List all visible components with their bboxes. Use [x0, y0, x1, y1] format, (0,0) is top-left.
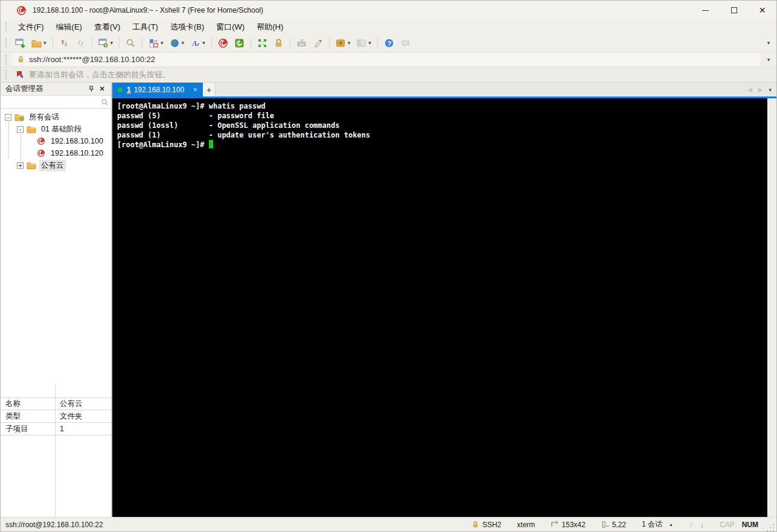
- menu-window[interactable]: 窗口(W): [210, 20, 251, 34]
- ssl-lock-icon: [17, 55, 25, 63]
- highlight-pen-button[interactable]: [310, 36, 325, 50]
- full-screen-button[interactable]: [255, 36, 270, 50]
- xftp-icon: [234, 38, 245, 48]
- addressbar-grip[interactable]: [5, 55, 8, 65]
- menubar-grip[interactable]: [5, 22, 8, 32]
- close-icon: ✕: [759, 6, 766, 14]
- xshell-logo-icon: [16, 5, 27, 16]
- toolbar-separator: [53, 37, 53, 48]
- feedback-button[interactable]: [398, 36, 413, 50]
- terminal-screen[interactable]: [root@AlmaLinux9 ~]# whatis passwd passw…: [112, 98, 776, 517]
- tree-item-folder-cloud[interactable]: + 公有云: [1, 159, 111, 171]
- menu-view[interactable]: 查看(V): [88, 20, 126, 34]
- collapse-icon[interactable]: -: [5, 114, 11, 121]
- tree-item-session-120[interactable]: 192.168.10.120: [1, 147, 111, 159]
- maximize-icon: [731, 7, 737, 13]
- session-count-selector[interactable]: 1 会话 ▲: [642, 519, 673, 530]
- xshell-button[interactable]: [216, 36, 231, 50]
- resize-grip[interactable]: [767, 523, 775, 531]
- session-icon: [36, 149, 46, 157]
- terminal-line: [root@AlmaLinux9 ~]#: [117, 140, 209, 150]
- ssh-lock-icon: [472, 521, 479, 528]
- close-panel-button[interactable]: ✕: [97, 84, 107, 95]
- tab-number: 1: [127, 86, 131, 94]
- menu-file[interactable]: 文件(F): [12, 20, 50, 34]
- status-terminal-size: 153x42: [551, 521, 585, 529]
- scroll-buttons: ↑ ↓: [689, 521, 704, 528]
- caps-lock-indicator: CAP: [720, 521, 735, 529]
- toolbar-grip[interactable]: [5, 38, 8, 48]
- toolbar-separator: [251, 37, 251, 48]
- tab-label: 192.168.10.100: [134, 86, 191, 94]
- property-name: 名称: [1, 399, 55, 409]
- close-button[interactable]: ✕: [748, 1, 776, 20]
- property-row: 类型 文件夹: [1, 410, 111, 423]
- add-session-flag-icon[interactable]: [16, 71, 24, 80]
- terminal-scrollbar[interactable]: [767, 98, 776, 517]
- property-value: 1: [55, 425, 64, 433]
- menu-bar: 文件(F) 编辑(E) 查看(V) 工具(T) 选项卡(B) 窗口(W) 帮助(…: [1, 20, 776, 34]
- scroll-tabs-left-icon[interactable]: ◀: [747, 86, 752, 93]
- infobar-grip[interactable]: [5, 70, 8, 80]
- tree-item-session-100[interactable]: 192.168.10.100: [1, 135, 111, 147]
- new-session-button[interactable]: [13, 36, 28, 50]
- tree-item-all-sessions[interactable]: - 所有会话: [1, 111, 111, 123]
- maximize-button[interactable]: [720, 1, 748, 20]
- font-button[interactable]: A ▾: [188, 36, 208, 50]
- menu-edit[interactable]: 编辑(E): [50, 20, 88, 34]
- tile-windows-button[interactable]: ▾: [354, 36, 374, 50]
- pin-icon: [88, 86, 95, 92]
- terminal-prompt-line: [root@AlmaLinux9 ~]#: [117, 140, 776, 150]
- disconnect-button[interactable]: [57, 36, 72, 50]
- property-grid: 名称 公有云 类型 文件夹 子项目 1: [1, 385, 111, 517]
- tree-item-label: 01 基础阶段: [39, 124, 83, 135]
- root-folder-icon: [14, 113, 24, 121]
- session-search: [1, 96, 111, 109]
- session-manager-panel: 会话管理器 ✕ - 所有会话 -: [1, 83, 112, 517]
- tab-navigation: ◀ ▶ ▾: [747, 83, 776, 97]
- session-properties-button[interactable]: ▾: [96, 36, 116, 50]
- menu-help[interactable]: 帮助(H): [251, 20, 289, 34]
- window-title: 192.168.10.100 - root@AlmaLinux9:~ - Xsh…: [33, 6, 263, 14]
- menu-tabs[interactable]: 选项卡(B): [164, 20, 210, 34]
- svg-text:A: A: [191, 39, 197, 48]
- address-field[interactable]: ssh://root:******@192.168.10.100:22: [12, 53, 761, 66]
- scroll-tabs-right-icon[interactable]: ▶: [758, 86, 763, 93]
- fullscreen-icon: [257, 38, 267, 48]
- minimize-icon: [702, 10, 709, 11]
- tab-list-menu-icon[interactable]: ▾: [769, 87, 772, 93]
- search-icon: [101, 98, 109, 106]
- address-dropdown-button[interactable]: ▾: [761, 57, 776, 63]
- web-browser-button[interactable]: ▾: [167, 36, 187, 50]
- search-input[interactable]: [3, 96, 101, 108]
- tab-close-icon[interactable]: ✕: [191, 86, 199, 94]
- status-terminal-type: xterm: [517, 521, 535, 529]
- minimize-button[interactable]: [691, 1, 720, 20]
- collapse-icon[interactable]: -: [17, 126, 24, 133]
- new-tab-button[interactable]: +: [203, 83, 216, 97]
- tab-bar: 1 192.168.10.100 ✕ + ◀ ▶ ▾: [112, 83, 776, 97]
- tab-session-active[interactable]: 1 192.168.10.100 ✕: [112, 83, 203, 97]
- scroll-bottom-button[interactable]: ↓: [700, 521, 704, 528]
- virtual-keyboard-button[interactable]: [294, 36, 309, 50]
- open-session-button[interactable]: ▾: [29, 36, 49, 50]
- svg-text:?: ?: [387, 39, 391, 46]
- protocol-label: SSH2: [482, 521, 501, 529]
- tree-item-folder-01[interactable]: - 01 基础阶段: [1, 123, 111, 135]
- reconnect-button[interactable]: [73, 36, 88, 50]
- property-name: 类型: [1, 411, 55, 422]
- pin-panel-button[interactable]: [86, 84, 97, 95]
- scroll-top-button[interactable]: ↑: [689, 521, 693, 528]
- new-terminal-button[interactable]: ▾: [333, 36, 353, 50]
- tool-bar: ▾ ▾ ▾ ▾ A ▾: [1, 34, 776, 51]
- new-file-transfer-button[interactable]: ▾: [146, 36, 166, 50]
- toolbar-overflow-button[interactable]: ▾: [761, 40, 776, 46]
- menu-tools[interactable]: 工具(T): [126, 20, 164, 34]
- xftp-button[interactable]: [232, 36, 247, 50]
- lock-screen-button[interactable]: [271, 36, 286, 50]
- tree-guide-line: [21, 134, 21, 170]
- find-button[interactable]: [123, 36, 138, 50]
- help-button[interactable]: ?: [382, 36, 397, 50]
- tile-icon: [356, 38, 366, 48]
- tabbar-spacer: [216, 83, 747, 97]
